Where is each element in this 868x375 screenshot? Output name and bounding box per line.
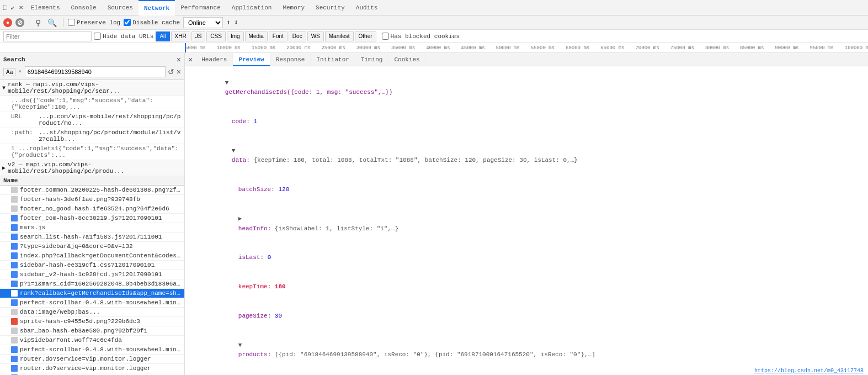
tab-timing[interactable]: Timing: [355, 53, 389, 66]
json-headinfo-summary: isShowLabel: 1, listStyle: "1",…: [278, 225, 395, 232]
tick-11: 55000 ms: [531, 45, 555, 51]
filter-css-button[interactable]: CSS: [206, 31, 226, 41]
filter-all-button[interactable]: All: [156, 31, 169, 41]
request-group-v2-header[interactable]: ▶ v2 — mapi.vip.com/vips-mobile/rest/sho…: [0, 160, 184, 176]
tab-console[interactable]: Console: [66, 0, 102, 15]
search-refresh-button[interactable]: ↺: [168, 67, 174, 76]
list-item[interactable]: footer-hash-3de6f1ae.png?939748fb: [0, 195, 184, 204]
tab-response[interactable]: Response: [270, 53, 311, 66]
filter-icon[interactable]: ⚲: [34, 18, 42, 27]
search-input[interactable]: [25, 66, 166, 77]
request-group-rank: ▼ rank — mapi.vip.com/vips-mobile/rest/s…: [0, 80, 184, 160]
req-name: footer-hash-3de6f1ae.png?939748fb: [20, 196, 140, 203]
group-v2-label: v2 — mapi.vip.com/vips-mobile/rest/shopp…: [8, 161, 182, 175]
timeline-marker: [185, 43, 186, 52]
tab-initiator[interactable]: Initiator: [311, 53, 355, 66]
tick-8: 40000 ms: [426, 45, 450, 51]
hide-data-urls-text: Hide data URLs: [103, 33, 153, 40]
filter-other-button[interactable]: Other: [355, 31, 376, 41]
bottom-link[interactable]: https://blog.csdn.net/m0_43117748: [754, 368, 864, 374]
preserve-log-label[interactable]: Preserve log: [68, 19, 120, 26]
tab-security[interactable]: Security: [310, 0, 350, 15]
filter-input[interactable]: [3, 31, 92, 41]
list-item[interactable]: sbar_bao-hash-eb3ae580.png?92bf29f1: [0, 326, 184, 336]
rank-result-2[interactable]: 1 ...roplets1{"code":1,"msg":"success","…: [0, 144, 184, 160]
disable-cache-checkbox[interactable]: [124, 19, 131, 26]
record-button[interactable]: ●: [3, 18, 12, 27]
tick-18: 90000 ms: [775, 45, 798, 51]
rank-result-1[interactable]: ...ds({"code":1,"msg":"success","data":{…: [0, 96, 184, 112]
req-name: footer_com-hash-8cc30219.js?12017090101: [20, 215, 162, 221]
json-headinfo-line[interactable]: ▶ headInfo: {isShowLabel: 1, listStyle: …: [189, 204, 864, 243]
search-close-button[interactable]: ×: [177, 55, 181, 64]
tab-cookies[interactable]: Cookies: [388, 53, 425, 66]
list-item[interactable]: router.do?service=vip.monitor.logger: [0, 355, 184, 364]
filter-manifest-button[interactable]: Manifest: [325, 31, 354, 41]
right-panel: × Headers Preview Response Initiator Tim…: [185, 53, 868, 375]
req-type-icon-selected: [11, 290, 18, 297]
req-name: index.php?callback=getDocumentContent&co…: [20, 252, 181, 259]
tab-headers[interactable]: Headers: [196, 53, 233, 66]
request-group-rank-header[interactable]: ▼ rank — mapi.vip.com/vips-mobile/rest/s…: [0, 80, 184, 96]
list-item[interactable]: p?1=1&mars_cid=1602569282048_0b4beb3d183…: [0, 279, 184, 289]
network-throttle-dropdown[interactable]: Online Fast 3G Slow 3G Offline: [183, 17, 223, 28]
tab-elements[interactable]: Elements: [25, 0, 66, 15]
filter-img-button[interactable]: Img: [227, 31, 244, 41]
list-item[interactable]: index.php?callback=getDocumentContent&co…: [0, 251, 184, 261]
filter-doc-button[interactable]: Doc: [289, 31, 306, 41]
blocked-cookies-label[interactable]: Has blocked cookies: [382, 33, 460, 40]
tab-network[interactable]: Network: [139, 0, 175, 15]
toolbar: ● ⊘ ⚲ 🔍 Preserve log Disable cache Onlin…: [0, 15, 868, 30]
tab-preview[interactable]: Preview: [233, 53, 270, 66]
list-item[interactable]: mars.js: [0, 223, 184, 233]
list-item[interactable]: footer_common_20200225-hash-de601308.png…: [0, 186, 184, 195]
tab-audits[interactable]: Audits: [350, 0, 384, 15]
search-aa-button[interactable]: Aa: [3, 68, 15, 76]
timeline-bar: 5000 ms 10000 ms 15000 ms 20000 ms 25000…: [0, 43, 868, 53]
req-type-icon: [11, 243, 18, 250]
list-item[interactable]: data:image/webp;bas...: [0, 308, 184, 317]
list-item[interactable]: footer_no_good-hash-1fe63524.png?64f2e6d…: [0, 204, 184, 214]
list-item[interactable]: router.do?service=vip.monitor.logger: [0, 364, 184, 373]
blocked-cookies-checkbox[interactable]: [382, 33, 389, 40]
list-item[interactable]: perfect-scrollbar-0.4.8.with-mousewheel.…: [0, 298, 184, 308]
req-name: ?type=sidebar&jq=0&core=0&v=132: [20, 243, 133, 250]
list-item[interactable]: sprite-hash-c9455e5d.png?229b6dc3: [0, 317, 184, 326]
clear-button[interactable]: ⊘: [15, 18, 24, 27]
tab-sources[interactable]: Sources: [102, 0, 139, 15]
filter-font-button[interactable]: Font: [269, 31, 287, 41]
search-toolbar-icon[interactable]: 🔍: [46, 18, 58, 27]
disable-cache-label[interactable]: Disable cache: [124, 19, 180, 26]
timeline-ticks: 5000 ms 10000 ms 15000 ms 20000 ms 25000…: [0, 45, 868, 51]
detail-close-button[interactable]: ×: [185, 55, 196, 64]
filter-media-button[interactable]: Media: [245, 31, 268, 41]
preserve-log-checkbox[interactable]: [68, 19, 75, 26]
tick-10: 50000 ms: [496, 45, 520, 51]
json-root[interactable]: ▼ getMerchandiseIds({code: 1, msg: "succ…: [189, 68, 864, 107]
filter-xhr-button[interactable]: XHR: [171, 31, 190, 41]
tick-15: 75000 ms: [670, 45, 694, 51]
list-item[interactable]: sidebar-hash-ee319cf1.css?12017090101: [0, 261, 184, 270]
tab-performance[interactable]: Performance: [175, 0, 226, 15]
filter-js-button[interactable]: JS: [191, 31, 206, 41]
req-type-icon: [11, 271, 18, 278]
json-data-line[interactable]: ▼ data: {keepTime: 180, total: 1088, tot…: [189, 136, 864, 175]
req-type-icon: [11, 224, 18, 231]
list-item[interactable]: search_list-hash-7a1f1583.js?2017111001: [0, 233, 184, 242]
hide-data-urls-checkbox[interactable]: [94, 33, 101, 40]
tab-memory[interactable]: Memory: [277, 0, 310, 15]
json-products-line[interactable]: ▼ products: [{pid: "6918464699139588940"…: [189, 331, 864, 369]
req-type-icon: [11, 337, 18, 344]
list-item[interactable]: footer_com-hash-8cc30219.js?12017090101: [0, 214, 184, 223]
search-cancel-button[interactable]: ×: [177, 67, 181, 76]
list-item[interactable]: ?type=sidebar&jq=0&core=0&v=132: [0, 242, 184, 251]
list-item[interactable]: sidebar_v2-hash-1c928fcd.js?12017090101: [0, 270, 184, 279]
req-name: search_list-hash-7a1f1583.js?2017111001: [20, 234, 162, 240]
hide-data-urls-label[interactable]: Hide data URLs: [94, 33, 153, 40]
filter-ws-button[interactable]: WS: [307, 31, 324, 41]
tab-application[interactable]: Application: [226, 0, 278, 15]
list-item-selected[interactable]: rank?callback=getMerchandiseIds&app_name…: [0, 289, 184, 298]
req-name: perfect-scrollbar-0.4.8.with-mousewheel.…: [20, 346, 181, 353]
list-item[interactable]: perfect-scrollbar-0.4.8.with-mousewheel.…: [0, 345, 184, 355]
list-item[interactable]: vipSidebarFont.woff?4c6c4fda: [0, 336, 184, 345]
